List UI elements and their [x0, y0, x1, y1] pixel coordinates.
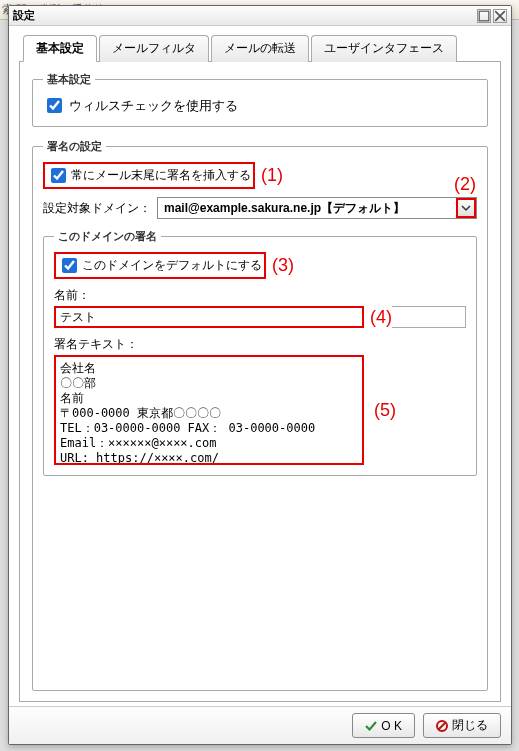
default-domain-checkbox[interactable] [62, 258, 77, 273]
settings-dialog: 設定 基本設定 メールフィルタ メールの転送 ユーザインタフェース 基本設定 ウ… [8, 5, 512, 745]
name-input[interactable] [54, 306, 364, 328]
default-domain-label: このドメインをデフォルトにする [82, 257, 262, 274]
domain-select-value: mail@example.sakura.ne.jp【デフォルト】 [158, 200, 456, 217]
signature-legend: 署名の設定 [43, 139, 106, 154]
domain-signature-fieldset: このドメインの署名 このドメインをデフォルトにする (3) 名前： (4) [43, 229, 477, 476]
tab-strip: 基本設定 メールフィルタ メールの転送 ユーザインタフェース [19, 34, 501, 62]
basic-fieldset: 基本設定 ウィルスチェックを使用する [32, 72, 488, 127]
ok-button[interactable]: O K [352, 713, 415, 738]
tab-panel: 基本設定 ウィルスチェックを使用する 署名の設定 常にメール末尾に署名を挿入する… [19, 62, 501, 702]
window-title: 設定 [13, 8, 35, 23]
domain-select-label: 設定対象ドメイン： [43, 200, 151, 217]
annotation-5: (5) [374, 400, 396, 421]
always-append-checkbox[interactable] [51, 168, 66, 183]
tab-basic[interactable]: 基本設定 [23, 35, 97, 62]
title-bar: 設定 [9, 6, 511, 26]
name-label: 名前： [54, 287, 466, 304]
minimize-button[interactable] [477, 9, 491, 23]
always-append-label: 常にメール末尾に署名を挿入する [71, 167, 251, 184]
annotation-2: (2) [454, 174, 476, 195]
domain-select-dropdown-button[interactable] [456, 198, 476, 218]
annotation-3: (3) [272, 255, 294, 276]
sigtext-label: 署名テキスト： [54, 336, 466, 353]
svg-line-2 [439, 722, 446, 729]
tab-forwarding[interactable]: メールの転送 [211, 35, 309, 62]
annotation-1: (1) [261, 165, 283, 186]
domain-select[interactable]: (2) mail@example.sakura.ne.jp【デフォルト】 [157, 197, 477, 219]
signature-textarea[interactable] [54, 355, 364, 465]
close-button-label: 閉じる [452, 717, 488, 734]
name-input-extension [392, 306, 466, 328]
signature-fieldset: 署名の設定 常にメール末尾に署名を挿入する (1) 設定対象ドメイン： (2) … [32, 139, 488, 691]
default-domain-highlight: このドメインをデフォルトにする [54, 252, 266, 279]
prohibit-icon [436, 720, 448, 732]
always-append-highlight: 常にメール末尾に署名を挿入する [43, 162, 255, 189]
chevron-down-icon [461, 203, 471, 213]
tab-ui[interactable]: ユーザインタフェース [311, 35, 457, 62]
close-window-button[interactable] [493, 9, 507, 23]
annotation-4: (4) [370, 307, 392, 328]
ok-button-label: O K [381, 719, 402, 733]
virus-check-label: ウィルスチェックを使用する [69, 97, 238, 115]
close-icon [494, 10, 506, 22]
close-button[interactable]: 閉じる [423, 713, 501, 738]
check-icon [365, 720, 377, 732]
tab-mailfilter[interactable]: メールフィルタ [99, 35, 209, 62]
basic-legend: 基本設定 [43, 72, 95, 87]
virus-check-checkbox[interactable] [47, 98, 62, 113]
minimize-icon [478, 10, 490, 22]
svg-rect-0 [479, 11, 489, 21]
button-bar: O K 閉じる [9, 706, 511, 744]
domain-signature-legend: このドメインの署名 [54, 229, 161, 244]
